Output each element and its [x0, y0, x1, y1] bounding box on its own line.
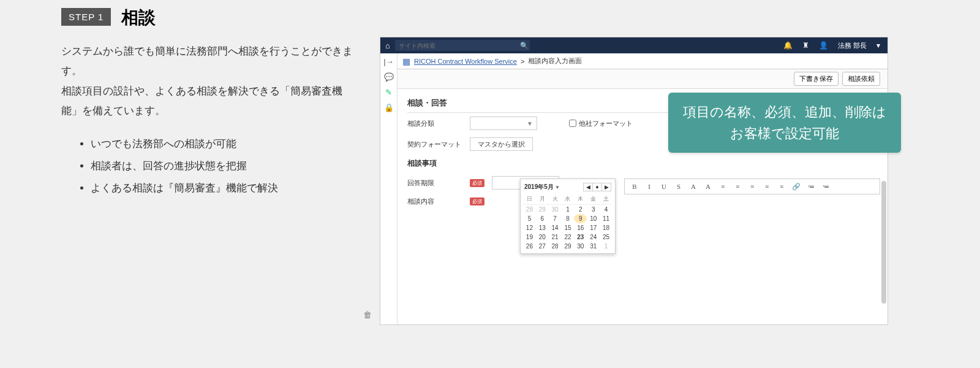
- calendar-day[interactable]: 21: [549, 232, 562, 242]
- rte-tool-4[interactable]: A: [687, 181, 699, 192]
- trash-icon[interactable]: 🗑: [363, 310, 375, 322]
- feature-callout: 項目の名称、必須、追加、削除は お客様で設定可能: [668, 93, 901, 153]
- calendar-day[interactable]: 3: [587, 205, 600, 214]
- calendar-day[interactable]: 30: [574, 242, 587, 251]
- calendar-day[interactable]: 1: [562, 205, 575, 214]
- calendar-day[interactable]: 14: [549, 223, 562, 232]
- submit-button[interactable]: 相談依頼: [842, 72, 880, 86]
- app-top-bar: ⌂ 🔍 🔔 ♜ 👤 法務 部長 ▾: [380, 37, 888, 53]
- calendar-day-header: 日: [523, 194, 536, 205]
- feature-bullet: 相談者は、回答の進捗状態を把握: [91, 155, 355, 177]
- calendar-day[interactable]: 6: [536, 214, 549, 223]
- calendar-day[interactable]: 7: [549, 214, 562, 223]
- breadcrumb: ▦ RICOH Contract Workflow Service > 相談内容…: [398, 53, 888, 69]
- calendar-day[interactable]: 18: [600, 223, 612, 232]
- calendar-day-header: 月: [536, 194, 549, 205]
- calendar-day[interactable]: 19: [523, 232, 536, 242]
- calendar-day[interactable]: 27: [536, 242, 549, 251]
- calendar-day[interactable]: 26: [523, 242, 536, 251]
- date-picker[interactable]: 2019年5月 ◀ ● ▶ 日月火水木金土2829301234567891011…: [520, 178, 616, 254]
- label-format: 契約フォーマット: [407, 140, 462, 149]
- calendar-day[interactable]: 24: [587, 232, 600, 242]
- rte-tool-13[interactable]: ≔: [820, 181, 832, 192]
- calendar-day[interactable]: 22: [562, 232, 575, 242]
- calendar-day[interactable]: 29: [536, 205, 549, 214]
- rte-tool-6[interactable]: ≡: [717, 181, 729, 192]
- action-toolbar: 下書き保存 相談依頼: [398, 69, 888, 89]
- rte-tool-11[interactable]: 🔗: [790, 181, 802, 192]
- calendar-day-header: 金: [587, 194, 600, 205]
- calendar-day[interactable]: 4: [600, 205, 612, 214]
- calendar-day[interactable]: 30: [549, 205, 562, 214]
- step-badge: STEP 1: [61, 8, 111, 26]
- user-menu-caret-icon[interactable]: ▾: [874, 41, 883, 50]
- rte-tool-8[interactable]: ≡: [746, 181, 758, 192]
- subsection-title: 相談事項: [407, 158, 878, 169]
- calendar-day[interactable]: 15: [562, 223, 575, 232]
- calendar-day[interactable]: 13: [536, 223, 549, 232]
- rail-chat-icon[interactable]: 💬: [384, 72, 394, 82]
- rich-text-toolbar: BIUSAA≡≡≡≡≡🔗≔≔: [624, 178, 880, 194]
- left-rail: |→ 💬 ✎ 🔒: [380, 53, 398, 324]
- calendar-day[interactable]: 23: [574, 232, 587, 242]
- required-badge: 必須: [470, 179, 484, 187]
- user-name[interactable]: 法務 部長: [835, 41, 869, 50]
- other-format-checkbox[interactable]: 他社フォーマット: [569, 119, 633, 128]
- draft-save-button[interactable]: 下書き保存: [794, 72, 839, 86]
- calendar-day[interactable]: 5: [523, 214, 536, 223]
- required-badge: 必須: [470, 197, 484, 205]
- user-icon[interactable]: 👤: [816, 41, 831, 50]
- calendar-day[interactable]: 12: [523, 223, 536, 232]
- rte-tool-9[interactable]: ≡: [761, 181, 773, 192]
- calendar-day[interactable]: 25: [600, 232, 612, 242]
- calendar-day-header: 火: [549, 194, 562, 205]
- calendar-day[interactable]: 28: [549, 242, 562, 251]
- feature-bullet: よくある相談は『簡易審査』機能で解決: [91, 177, 355, 199]
- master-select-button[interactable]: マスタから選択: [470, 137, 533, 151]
- calendar-day[interactable]: 1: [600, 242, 612, 251]
- scrollbar[interactable]: [881, 181, 886, 304]
- calendar-day[interactable]: 31: [587, 242, 600, 251]
- calendar-prev-icon[interactable]: ◀: [583, 183, 593, 191]
- bell-icon[interactable]: 🔔: [781, 41, 795, 50]
- rte-tool-2[interactable]: U: [658, 181, 670, 192]
- home-icon[interactable]: ⌂: [385, 41, 390, 50]
- step-title: 相談: [121, 6, 156, 29]
- rte-tool-1[interactable]: I: [643, 181, 655, 192]
- rte-tool-5[interactable]: A: [702, 181, 714, 192]
- breadcrumb-page: 相談内容入力画面: [528, 56, 582, 66]
- search-input[interactable]: [395, 40, 530, 51]
- rte-tool-3[interactable]: S: [673, 181, 685, 192]
- calendar-day[interactable]: 16: [574, 223, 587, 232]
- breadcrumb-app-link[interactable]: RICOH Contract Workflow Service: [414, 58, 517, 65]
- rte-tool-12[interactable]: ≔: [805, 181, 817, 192]
- rte-tool-7[interactable]: ≡: [731, 181, 744, 192]
- calendar-day[interactable]: 20: [536, 232, 549, 242]
- calendar-next-icon[interactable]: ▶: [601, 183, 611, 191]
- calendar-month-label[interactable]: 2019年5月: [524, 183, 560, 191]
- app-grid-icon[interactable]: ▦: [402, 56, 410, 66]
- calendar-day-header: 木: [574, 194, 587, 205]
- rail-collapse-icon[interactable]: |→: [383, 57, 393, 66]
- label-content: 相談内容: [407, 197, 462, 206]
- feature-bullet: いつでも法務部への相談が可能: [91, 133, 355, 155]
- calendar-day[interactable]: 29: [562, 242, 575, 251]
- calendar-day[interactable]: 2: [574, 205, 587, 214]
- rte-tool-10[interactable]: ≡: [775, 181, 788, 192]
- rail-pen-icon[interactable]: ✎: [385, 88, 392, 97]
- category-select[interactable]: ▼: [470, 117, 537, 130]
- rail-lock-icon[interactable]: 🔒: [384, 103, 394, 112]
- calendar-day[interactable]: 17: [587, 223, 600, 232]
- feature-bullets: いつでも法務部への相談が可能相談者は、回答の進捗状態を把握よくある相談は『簡易審…: [61, 133, 355, 199]
- calendar-day[interactable]: 28: [523, 205, 536, 214]
- rte-tool-0[interactable]: B: [628, 181, 641, 192]
- calendar-day[interactable]: 10: [587, 214, 600, 223]
- step-description: システムから誰でも簡単に法務部門へ相談を行うことができます。 相談項目の設計や、…: [61, 42, 355, 121]
- search-icon[interactable]: 🔍: [520, 42, 529, 50]
- calendar-day[interactable]: 11: [600, 214, 612, 223]
- calendar-day[interactable]: 8: [562, 214, 575, 223]
- calendar-day-header: 土: [600, 194, 612, 205]
- calendar-day[interactable]: 9: [574, 214, 587, 223]
- org-icon[interactable]: ♜: [800, 41, 812, 50]
- calendar-today-icon[interactable]: ●: [592, 183, 602, 191]
